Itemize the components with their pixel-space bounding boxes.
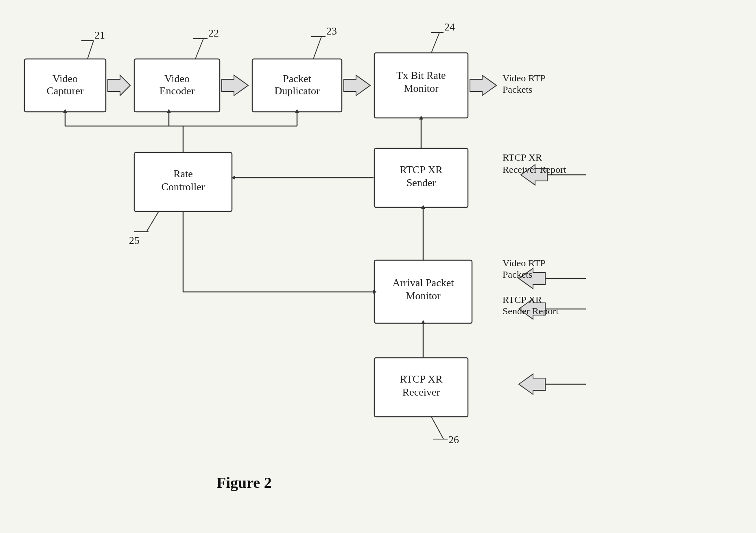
diagram-container: Video Capturer Video Encoder Packet Dupl… [0,0,756,533]
video-rtp-label-mid: Video RTP [503,258,546,268]
video-rtp-label-top2: Packets [503,84,532,95]
arrival-packet-label: Arrival Packet [393,277,454,289]
ref-num-24: 24 [444,21,455,33]
ref-num-26: 26 [448,434,459,446]
rtcp-xr-sender-label: RTCP XR [400,164,443,176]
rtcp-xr-receiver-report-label: RTCP XR [503,152,542,163]
ref-tick-22 [195,39,203,59]
ref-num-21: 21 [94,29,105,41]
arrow-capturer-to-encoder [108,75,130,96]
ref-tick-25 [146,211,159,232]
video-rtp-label-mid2: Packets [503,269,532,280]
tx-bit-rate-label2: Monitor [404,83,439,94]
packet-duplicator-label2: Duplicator [274,85,320,97]
rtcp-xr-sender-report-label: RTCP XR [503,294,542,305]
video-rtp-label-top: Video RTP [503,73,546,83]
arrow-rcvr-in [519,374,545,394]
ref-num-23: 23 [326,25,337,37]
ref-tick-21 [87,41,94,59]
rtcp-xr-sender-label2: Sender [406,177,436,189]
ref-tick-26 [431,417,444,439]
ref-tick-24 [431,33,439,53]
rtcp-xr-receiver-report-label2: Receiver Report [503,164,566,175]
ref-num-22: 22 [208,27,219,39]
video-encoder-label: Video [164,73,190,85]
rate-controller-label: Rate [173,168,193,180]
ref-tick-23 [313,37,321,59]
figure-caption: Figure 2 [216,474,271,491]
arrow-encoder-to-duplicator [222,75,248,96]
video-capturer-label2: Capturer [47,85,84,97]
packet-duplicator-label: Packet [283,73,311,85]
ref-num-25: 25 [129,235,140,246]
arrow-duplicator-to-txmonitor [344,75,370,96]
video-capturer-label: Video [52,73,78,85]
arrow-txmonitor-to-rtp [470,75,496,96]
rtcp-xr-sender-report-label2: Sender Report [503,306,559,316]
tx-bit-rate-label: Tx Bit Rate [396,70,446,81]
rate-controller-label2: Controller [162,181,205,193]
rtcp-xr-receiver-label2: Receiver [402,386,440,398]
video-encoder-label2: Encoder [160,85,195,97]
arrival-packet-label2: Monitor [406,290,441,302]
rtcp-xr-receiver-label: RTCP XR [400,373,443,385]
